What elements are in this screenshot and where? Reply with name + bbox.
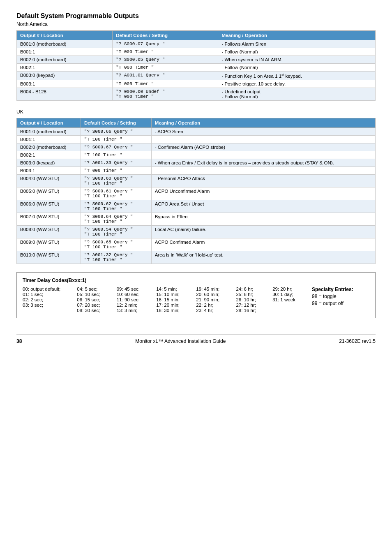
uk-codes-cell: "? S000.60 Query ""T 100 Timer " (81, 174, 151, 187)
timer-cell: 11: 90 sec; (117, 297, 150, 302)
uk-location-cell: B002:0 (motherboard) (17, 143, 81, 151)
uk-location-cell: B008:0 (WW STU) (17, 225, 81, 238)
uk-codes-cell: "? S000.54 Query ""T 100 Timer " (81, 225, 151, 238)
timer-cell: 01: 1 sec; (23, 292, 70, 297)
uk-table: Output # / Location Default Codes / Sett… (16, 118, 376, 264)
uk-meaning-cell (151, 166, 375, 174)
specialty-title: Specialty Entries: (312, 287, 369, 292)
na-codes-cell: "T 000 Timer " (113, 64, 218, 72)
na-codes-cell: "? 0000.00 Undef ""T 000 Timer " (113, 88, 218, 100)
table-row: B010:0 (WW STU)"? A001.32 Query ""T 100 … (17, 251, 376, 264)
timer-cell: 16: 15 min; (156, 297, 189, 302)
table-row: B002:0 (motherboard)"? S000.67 Query "- … (17, 143, 376, 151)
uk-codes-cell: "T 000 Timer " (81, 166, 151, 174)
footer-page-number: 38 (16, 338, 22, 344)
table-row: B001:1"T 100 Timer " (17, 135, 376, 143)
na-meaning-cell: - Undefined output- Follow (Normal) (218, 88, 376, 100)
uk-codes-cell: "? S000.62 Query ""T 100 Timer " (81, 200, 151, 213)
na-meaning-cell: - Function Key 1 on Area 1 1st keypad. (218, 72, 376, 80)
uk-meaning-cell: - ACPO Siren (151, 127, 375, 135)
timer-cell: 23: 4 hr; (196, 308, 229, 313)
uk-meaning-cell: - Personal ACPO Attack (151, 174, 375, 187)
timer-cell: 00: output default; (23, 287, 70, 291)
na-codes-cell: "? S000.05 Query " (113, 56, 218, 64)
north-america-table: Output # / Location Default Codes / Sett… (16, 30, 376, 101)
na-meaning-cell: - Follow (Normal) (218, 64, 376, 72)
na-meaning-cell: - When system is IN ALARM. (218, 56, 376, 64)
na-region-label: North America (16, 21, 376, 27)
uk-col-header-location: Output # / Location (17, 118, 81, 127)
uk-location-cell: B002:1 (17, 151, 81, 159)
na-meaning-cell: - Follows Alarm Siren (218, 40, 376, 48)
uk-codes-cell: "? S000.65 Query ""T 100 Timer " (81, 238, 151, 251)
na-location-cell: B001:1 (17, 48, 113, 56)
na-col-header-codes: Default Codes / Setting (113, 31, 218, 40)
table-row: B004:0 (WW STU)"? S000.60 Query ""T 100 … (17, 174, 376, 187)
timer-cell: 26: 10 hr; (236, 297, 266, 302)
specialty-entry: 99 = output off (312, 301, 369, 306)
timer-cell: 05: 10 sec; (77, 292, 110, 297)
timer-cell: 07: 20 sec; (77, 303, 110, 308)
uk-location-cell: B005:0 (WW STU) (17, 187, 81, 200)
table-row: B003:1"T 000 Timer " (17, 166, 376, 174)
timer-cell: 18: 30 min; (156, 308, 189, 313)
timer-cell: 30: 1 day; (272, 292, 305, 297)
timer-cell: 24: 6 hr; (236, 287, 266, 291)
timer-cell: 25: 8 hr; (236, 292, 266, 297)
uk-codes-cell: "? S000.67 Query " (81, 143, 151, 151)
table-row: B002:1"T 000 Timer "- Follow (Normal) (17, 64, 376, 72)
timer-cell: 04: 5 sec; (77, 287, 110, 291)
na-location-cell: B001:0 (motherboard) (17, 40, 113, 48)
timer-cell: 02: 2 sec; (23, 297, 70, 302)
table-row: B008:0 (WW STU)"? S000.54 Query ""T 100 … (17, 225, 376, 238)
uk-meaning-cell (151, 135, 375, 143)
uk-location-cell: B001:0 (motherboard) (17, 127, 81, 135)
table-row: B002:1"T 100 Timer " (17, 151, 376, 159)
timer-cell: 14: 5 min; (156, 287, 189, 291)
timer-cell: 12: 2 min; (117, 303, 150, 308)
na-codes-cell: "? A001.01 Query " (113, 72, 218, 80)
timer-cell: 19: 45 min; (196, 287, 229, 291)
timer-cell: 17: 20 min; (156, 303, 189, 308)
table-row: B004 - B128"? 0000.00 Undef ""T 000 Time… (17, 88, 376, 100)
footer-title: Monitor xL™ Advanced Installation Guide (135, 338, 226, 344)
table-row: B009:0 (WW STU)"? S000.65 Query ""T 100 … (17, 238, 376, 251)
uk-location-cell: B009:0 (WW STU) (17, 238, 81, 251)
timer-cell: 31: 1 week (272, 297, 305, 302)
timer-inner-grid: 00: output default;04: 5 sec;09: 45 sec;… (23, 287, 369, 313)
timer-cell: 15: 10 min; (156, 292, 189, 297)
na-codes-cell: "T 000 Timer " (113, 48, 218, 56)
uk-location-cell: B003:0 (keypad) (17, 159, 81, 166)
timer-cell: 13: 3 min; (117, 308, 150, 313)
uk-meaning-cell: ACPO Confirmed Alarm (151, 238, 375, 251)
timer-title: Timer Delay Codes(Bxxx:1) (23, 278, 369, 283)
uk-meaning-cell: ACPO Area Set / Unset (151, 200, 375, 213)
uk-location-cell: B003:1 (17, 166, 81, 174)
uk-codes-cell: "? A001.32 Query ""T 100 Timer " (81, 251, 151, 264)
timer-cell: 22: 2 hr; (196, 303, 229, 308)
uk-region-label: UK (16, 109, 376, 115)
uk-location-cell: B004:0 (WW STU) (17, 174, 81, 187)
specialty-entry: 98 = toggle (312, 294, 369, 299)
timer-cell: 10: 60 sec; (117, 292, 150, 297)
uk-col-header-codes: Default Codes / Setting (81, 118, 151, 127)
uk-meaning-cell: - When area Entry / Exit delay is in pro… (151, 159, 375, 166)
table-row: B007:0 (WW STU)"? S000.64 Query ""T 100 … (17, 213, 376, 225)
uk-codes-cell: "? S000.61 Query ""T 100 Timer " (81, 187, 151, 200)
na-location-cell: B004 - B128 (17, 88, 113, 100)
timer-delay-codes-box: Timer Delay Codes(Bxxx:1) 00: output def… (16, 272, 376, 318)
table-row: B003:1"T 005 Timer "- Positive trigger, … (17, 80, 376, 88)
uk-meaning-cell: Area is in 'Walk' or 'Hold-up' test. (151, 251, 375, 264)
uk-codes-cell: "? S000.66 Query " (81, 127, 151, 135)
page-title: Default System Programmable Outputs (16, 12, 376, 20)
timer-cell: 20: 60 min; (196, 292, 229, 297)
na-col-header-location: Output # / Location (17, 31, 113, 40)
na-location-cell: B002:0 (motherboard) (17, 56, 113, 64)
table-row: B002:0 (motherboard)"? S000.05 Query "- … (17, 56, 376, 64)
uk-codes-cell: "T 100 Timer " (81, 151, 151, 159)
table-row: B001:1"T 000 Timer "- Follow (Normal) (17, 48, 376, 56)
timer-grid: 00: output default;04: 5 sec;09: 45 sec;… (23, 287, 369, 313)
na-codes-cell: "? S000.07 Query " (113, 40, 218, 48)
table-row: B003:0 (keypad)"? A001.33 Query "- When … (17, 159, 376, 166)
uk-codes-cell: "? S000.64 Query ""T 100 Timer " (81, 213, 151, 225)
